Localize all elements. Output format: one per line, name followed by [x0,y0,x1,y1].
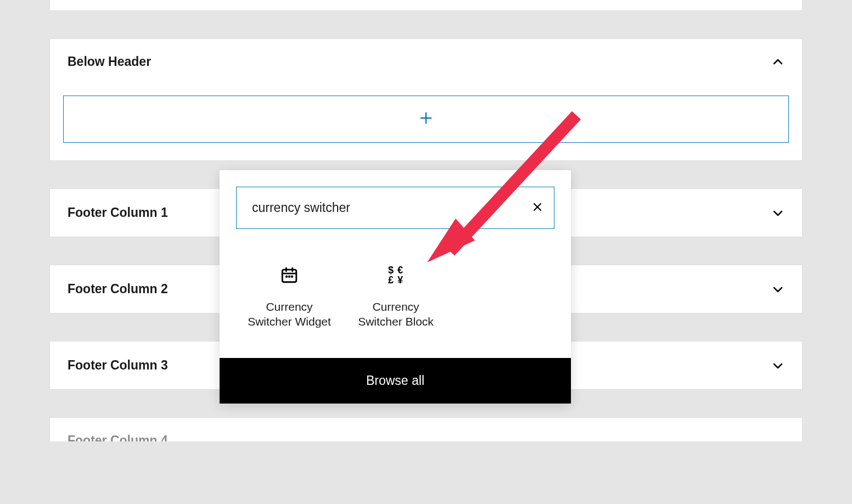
below-header-body [50,85,802,160]
svg-point-8 [286,276,287,277]
chevron-down-icon [771,359,784,372]
previous-panel-stub [49,0,803,11]
below-header-title: Below Header [68,54,151,69]
block-inserter-popover: Currency Switcher Widget $ €£ ¥ Currency… [220,170,571,404]
chevron-up-icon [771,55,784,69]
svg-point-9 [289,276,290,277]
search-input-container [236,187,554,229]
browse-all-label: Browse all [366,373,424,388]
plus-icon [418,110,434,128]
currency-icon: $ €£ ¥ [349,262,442,288]
add-block-button[interactable] [63,96,789,143]
browse-all-button[interactable]: Browse all [220,358,571,404]
below-header-toggle[interactable]: Below Header [50,39,802,85]
svg-point-10 [292,276,293,277]
clear-search-button[interactable] [521,192,554,225]
block-label: Currency Switcher Block [349,299,442,329]
block-results: Currency Switcher Widget $ €£ ¥ Currency… [220,242,571,358]
below-header-panel: Below Header [49,38,803,161]
search-input[interactable] [237,187,521,228]
close-icon [531,200,544,215]
calendar-icon [243,262,336,288]
block-label: Currency Switcher Widget [243,299,336,329]
chevron-down-icon [771,283,784,296]
chevron-down-icon [771,206,784,220]
inserter-search-wrapper [220,170,571,242]
footer-col-2-title: Footer Column 2 [68,282,168,296]
footer-col-4-panel: Footer Column 4 [49,417,803,441]
footer-col-3-title: Footer Column 3 [68,358,168,373]
footer-col-4-title: Footer Column 4 [68,433,168,441]
currency-switcher-widget-block[interactable]: Currency Switcher Widget [236,255,343,336]
currency-switcher-block[interactable]: $ €£ ¥ Currency Switcher Block [343,255,449,336]
footer-col-1-title: Footer Column 1 [68,205,168,220]
